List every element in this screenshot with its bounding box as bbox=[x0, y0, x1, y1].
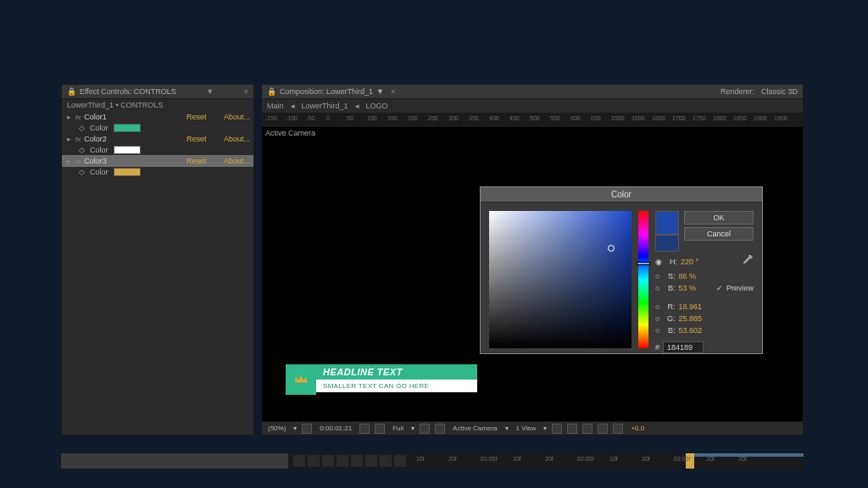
new-color-swatch bbox=[655, 211, 679, 235]
fx-icon[interactable]: fx bbox=[75, 114, 81, 121]
tool-icon[interactable] bbox=[308, 455, 320, 467]
check-icon: ✓ bbox=[716, 284, 723, 292]
ruler-tick: 100 bbox=[367, 115, 377, 121]
hue-value[interactable]: 220 ° bbox=[681, 258, 698, 266]
tool-icon[interactable] bbox=[293, 455, 305, 467]
tool-icon[interactable] bbox=[380, 455, 392, 467]
snapshot-icon[interactable] bbox=[359, 424, 370, 434]
close-icon[interactable]: × bbox=[244, 87, 248, 96]
color-swatch[interactable] bbox=[114, 124, 141, 132]
effect-property-row[interactable]: ◇ Color bbox=[62, 145, 253, 155]
color-swatch[interactable] bbox=[114, 146, 141, 154]
stopwatch-icon[interactable]: ◇ bbox=[79, 146, 85, 154]
fx-icon[interactable]: fx bbox=[75, 136, 81, 143]
region-icon[interactable] bbox=[375, 424, 385, 434]
transparency-grid-icon[interactable] bbox=[420, 424, 430, 434]
stopwatch-icon[interactable]: ◇ bbox=[79, 124, 85, 132]
color-field[interactable] bbox=[489, 211, 632, 348]
saturation-value[interactable]: 86 % bbox=[678, 272, 696, 280]
about-link[interactable]: About... bbox=[224, 135, 250, 143]
effect-controls-subhead: LowerThird_1 • CONTROLS bbox=[62, 99, 253, 111]
reset-link[interactable]: Reset bbox=[186, 135, 220, 143]
lock-icon: 🔒 bbox=[267, 87, 276, 96]
ok-button[interactable]: OK bbox=[684, 211, 754, 225]
tab-menu-icon[interactable]: ▼ bbox=[376, 87, 384, 96]
tool-icon[interactable] bbox=[351, 455, 363, 467]
breadcrumb-item[interactable]: Main bbox=[267, 102, 284, 110]
reset-link[interactable]: Reset bbox=[186, 113, 220, 121]
composition-ruler[interactable]: -150-100-5005010015020025030035040045050… bbox=[262, 114, 803, 127]
timeline-tick: 20f bbox=[545, 456, 554, 462]
stopwatch-icon[interactable]: ◇ bbox=[79, 168, 85, 176]
hex-input[interactable] bbox=[663, 341, 704, 353]
blue-value[interactable]: 53.602 bbox=[678, 326, 702, 335]
fast-preview-icon[interactable] bbox=[567, 424, 577, 434]
resolution-icon[interactable] bbox=[302, 424, 312, 434]
lock-icon: 🔒 bbox=[67, 87, 76, 96]
ruler-tick: 600 bbox=[570, 115, 581, 121]
red-value[interactable]: 18.961 bbox=[678, 302, 702, 311]
lower-third-graphic[interactable]: HEADLINE TEXT SMALLER TEXT CAN GO HERE bbox=[286, 364, 477, 395]
renderer-label: Renderer: bbox=[721, 87, 754, 96]
tab-menu-icon[interactable]: ▼ bbox=[206, 87, 214, 96]
close-icon[interactable]: × bbox=[391, 87, 395, 96]
tool-icon[interactable] bbox=[365, 455, 377, 467]
old-color-swatch[interactable] bbox=[655, 235, 679, 252]
renderer-value[interactable]: Classic 3D bbox=[761, 87, 798, 96]
ruler-tick: 250 bbox=[428, 115, 438, 121]
timeline-tick: 20f bbox=[738, 456, 747, 462]
effect-property-row[interactable]: ◇ Color bbox=[62, 123, 253, 133]
timeline-tick: 10f bbox=[513, 456, 521, 462]
reset-link[interactable]: Reset bbox=[186, 157, 220, 165]
exposure-value[interactable]: +0.0 bbox=[628, 424, 647, 432]
hue-slider[interactable] bbox=[638, 211, 648, 348]
composition-tab[interactable]: 🔒 Composition: LowerThird_1 ▼ × Renderer… bbox=[262, 85, 803, 99]
timeline-icon[interactable] bbox=[582, 424, 593, 434]
cancel-button[interactable]: Cancel bbox=[684, 227, 754, 241]
hue-slider-handle[interactable] bbox=[637, 262, 650, 265]
ruler-tick: 300 bbox=[448, 115, 459, 121]
timeline-ruler[interactable]: 10f20f01:00f10f20f02:00f10f20f03:00f10f2… bbox=[411, 453, 804, 469]
timecode[interactable]: 0:00:01:21 bbox=[317, 424, 354, 432]
reset-exposure-icon[interactable] bbox=[613, 424, 623, 434]
effect-row[interactable]: ▸ fx Color3 Reset About... bbox=[62, 155, 253, 167]
tool-icon[interactable] bbox=[337, 455, 348, 467]
effect-property-row[interactable]: ◇ Color bbox=[62, 167, 253, 177]
twirl-icon[interactable]: ▸ bbox=[65, 113, 72, 121]
fx-icon[interactable]: fx bbox=[75, 158, 81, 165]
lower-third-icon-box bbox=[286, 364, 316, 395]
mask-icon[interactable] bbox=[435, 424, 445, 434]
ruler-tick: -50 bbox=[306, 115, 314, 121]
headline-text: HEADLINE TEXT bbox=[316, 364, 477, 380]
property-name: Color bbox=[90, 124, 108, 132]
breadcrumb-item[interactable]: LowerThird_1 bbox=[302, 102, 348, 110]
breadcrumb-item[interactable]: LOGO bbox=[366, 102, 388, 110]
property-name: Color bbox=[90, 168, 108, 176]
effect-row[interactable]: ▸ fx Color1 Reset About... bbox=[62, 111, 253, 123]
composition-breadcrumb: Main ◂ LowerThird_1 ◂ LOGO bbox=[262, 99, 803, 114]
view-dropdown[interactable]: 1 View bbox=[514, 424, 539, 432]
preview-label[interactable]: Preview bbox=[726, 284, 754, 292]
about-link[interactable]: About... bbox=[224, 157, 250, 165]
camera-dropdown[interactable]: Active Camera bbox=[450, 424, 499, 432]
color-field-picker[interactable] bbox=[608, 245, 615, 252]
resolution-dropdown[interactable]: Full bbox=[390, 424, 406, 432]
ruler-tick: 500 bbox=[530, 115, 540, 121]
zoom-dropdown[interactable]: (50%) bbox=[265, 424, 288, 432]
tool-icon[interactable] bbox=[394, 455, 406, 467]
tool-icon[interactable] bbox=[322, 455, 334, 467]
subhead-text: SMALLER TEXT CAN GO HERE bbox=[316, 380, 477, 392]
ruler-tick: 1900 bbox=[754, 115, 767, 121]
effect-controls-tab[interactable]: 🔒 Effect Controls: CONTROLS ▼ × bbox=[62, 85, 253, 99]
about-link[interactable]: About... bbox=[224, 113, 250, 121]
twirl-icon[interactable]: ▸ bbox=[65, 135, 72, 143]
green-value[interactable]: 25.885 bbox=[678, 314, 702, 323]
twirl-icon[interactable]: ▸ bbox=[65, 157, 72, 165]
brightness-value[interactable]: 53 % bbox=[678, 284, 696, 292]
color-swatch[interactable] bbox=[114, 168, 141, 176]
timeline-tick: 10f bbox=[609, 456, 618, 462]
comp-flowchart-icon[interactable] bbox=[598, 424, 608, 434]
pixel-aspect-icon[interactable] bbox=[552, 424, 562, 434]
eyedropper-icon[interactable] bbox=[742, 255, 754, 267]
effect-row[interactable]: ▸ fx Color2 Reset About... bbox=[62, 133, 253, 145]
